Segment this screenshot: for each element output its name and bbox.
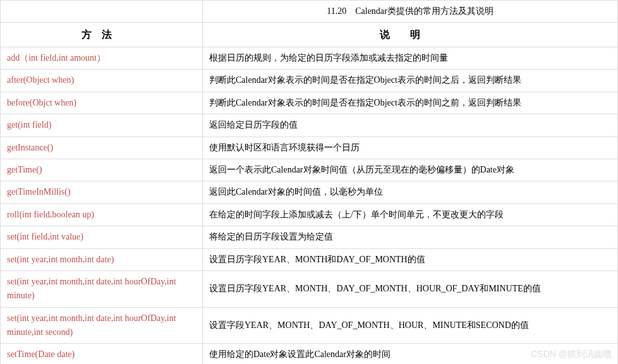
table-row: roll(int field,boolean up)在给定的时间字段上添加或减去… [1, 203, 618, 226]
caption-empty-cell [1, 1, 203, 23]
method-cell: getTime() [1, 159, 203, 181]
method-cell: set(int year,int month,int date,int hour… [1, 307, 203, 344]
table-caption: 11.20 Calendar类提供的常用方法及其说明 [203, 1, 618, 23]
header-row: 方法 说明 [1, 23, 618, 47]
description-cell: 设置字段YEAR、MONTH、DAY_OF_MONTH、HOUR、MINUTE和… [203, 307, 618, 344]
method-cell: get(int field) [1, 114, 203, 136]
method-cell: getTimeInMillis() [1, 181, 203, 203]
description-cell: 返回给定日历字段的值 [203, 114, 618, 136]
header-description: 说明 [203, 23, 618, 47]
table-row: before(Objct when)判断此Calendar对象表示的时间是否在指… [1, 92, 618, 114]
table-row: set(int year,int month,int date)设置日历字段YE… [1, 248, 618, 270]
table-row: after(Object when)判断此Calendar对象表示的时间是否在指… [1, 70, 618, 92]
table-row: getInstance()使用默认时区和语言环境获得一个日历 [1, 136, 618, 159]
description-cell: 使用默认时区和语言环境获得一个日历 [203, 136, 618, 159]
method-cell: after(Object when) [1, 70, 203, 92]
method-cell: roll(int field,boolean up) [1, 203, 203, 226]
description-cell: 将给定的日历字段设置为给定值 [203, 226, 618, 248]
method-cell: set(int year,int month,int date) [1, 248, 203, 270]
table-body: 11.20 Calendar类提供的常用方法及其说明 方法 说明 add（int… [1, 1, 618, 365]
method-cell: before(Objct when) [1, 92, 203, 114]
method-cell: set(int field,int value) [1, 226, 203, 248]
table-row: get(int field)返回给定日历字段的值 [1, 114, 618, 136]
description-cell: 判断此Calendar对象表示的时间是否在指定Object表示的时间之后，返回判… [203, 70, 618, 92]
table-row: getTime()返回一个表示此Calendar对象时间值（从历元至现在的毫秒偏… [1, 159, 618, 181]
description-cell: 判断此Calendar对象表示的时间是否在指定Object表示的时间之前，返回判… [203, 92, 618, 114]
description-cell: 根据日历的规则，为给定的日历字段添加或减去指定的时间量 [203, 47, 618, 69]
methods-table: 11.20 Calendar类提供的常用方法及其说明 方法 说明 add（int… [0, 0, 618, 364]
method-cell: setTime(Date date) [1, 344, 203, 364]
method-cell: getInstance() [1, 136, 203, 159]
description-cell: 设置日历字段YEAR、MONTH和DAY_OF_MONTH的值 [203, 248, 618, 270]
method-cell: set(int year,int month,int date,int hour… [1, 270, 203, 307]
table-row: getTimeInMillis()返回此Calendar对象的时间值，以毫秒为单… [1, 181, 618, 203]
description-cell: 设置日历字段YEAR、MONTH、DAY_OF_MONTH、HOUR_OF_DA… [203, 270, 618, 307]
table-row: set(int field,int value)将给定的日历字段设置为给定值 [1, 226, 618, 248]
table-row: set(int year,int month,int date,int hour… [1, 270, 618, 307]
header-method: 方法 [1, 23, 203, 47]
table-row: set(int year,int month,int date,int hour… [1, 307, 618, 344]
method-cell: add（int field,int amount） [1, 47, 203, 69]
caption-row: 11.20 Calendar类提供的常用方法及其说明 [1, 1, 618, 23]
table-row: add（int field,int amount）根据日历的规则，为给定的日历字… [1, 47, 618, 69]
description-cell: 返回此Calendar对象的时间值，以毫秒为单位 [203, 181, 618, 203]
description-cell: 使用给定的Date对象设置此Calendar对象的时间 [203, 344, 618, 364]
description-cell: 在给定的时间字段上添加或减去（上/下）单个时间单元，不更改更大的字段 [203, 203, 618, 226]
description-cell: 返回一个表示此Calendar对象时间值（从历元至现在的毫秒偏移量）的Date对… [203, 159, 618, 181]
table-row: setTime(Date date)使用给定的Date对象设置此Calendar… [1, 344, 618, 364]
